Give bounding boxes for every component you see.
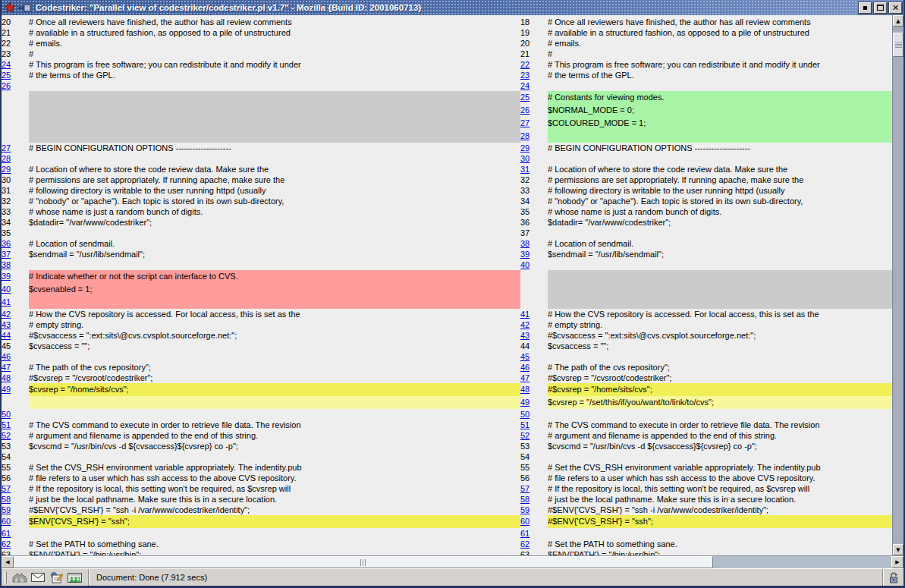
left-line-number-link[interactable]: 42 — [2, 310, 11, 319]
scroll-left-button[interactable]: ◀ — [2, 556, 14, 568]
left-line-number-link[interactable]: 27 — [2, 143, 11, 153]
maximize-button[interactable] — [874, 2, 887, 14]
right-line-number-link[interactable]: 22 — [520, 60, 529, 69]
right-line-number-link[interactable]: 27 — [520, 118, 529, 127]
right-line-number-link[interactable]: 24 — [520, 81, 529, 90]
left-line-number-link[interactable]: 48 — [2, 373, 11, 382]
right-line-number-link[interactable]: 29 — [520, 143, 529, 153]
mail-button[interactable] — [29, 571, 47, 584]
right-line-number: 56 — [520, 473, 548, 483]
left-line-number-link[interactable]: 57 — [2, 484, 11, 493]
right-line-number-link[interactable]: 43 — [520, 331, 529, 340]
vertical-scroll-track[interactable] — [893, 27, 903, 544]
horizontal-scrollbar[interactable]: ◀ ▶ — [2, 555, 903, 568]
right-line-number-link[interactable]: 42 — [520, 320, 529, 329]
left-line-number-link[interactable]: 37 — [2, 250, 11, 259]
scroll-right-button[interactable]: ▶ — [891, 556, 903, 568]
right-line-number-link[interactable]: 62 — [520, 539, 529, 549]
left-line-number-link[interactable]: 38 — [2, 260, 11, 269]
component-bar-grip[interactable] — [5, 571, 7, 583]
left-line-number: 57 — [2, 483, 29, 494]
left-line-number-link[interactable]: 49 — [2, 385, 11, 394]
left-line-number-link[interactable]: 51 — [2, 420, 11, 429]
left-line-number-link[interactable]: 24 — [2, 60, 11, 69]
security-button[interactable] — [882, 569, 903, 586]
left-line-number-link[interactable]: 50 — [2, 410, 11, 419]
left-line-number-link[interactable]: 39 — [2, 272, 11, 281]
right-line-number-link[interactable]: 46 — [520, 363, 529, 372]
left-line-number-link[interactable]: 41 — [2, 297, 11, 307]
right-line-number-link[interactable]: 26 — [520, 105, 529, 115]
minimize-button[interactable] — [859, 2, 872, 14]
left-line-number-link[interactable]: 46 — [2, 352, 11, 361]
left-line-number-link[interactable]: 29 — [2, 165, 11, 174]
right-line-number-link[interactable]: 38 — [520, 239, 529, 248]
right-code-line: # "nobody" or "apache"). Each topic is s… — [548, 196, 892, 206]
diff-row: 57# If the repository is local, this set… — [2, 483, 892, 494]
vertical-scrollbar[interactable]: ▲ ▼ — [892, 15, 903, 555]
left-line-number-link[interactable]: 44 — [2, 331, 11, 340]
composer-button[interactable] — [47, 571, 65, 584]
right-line-number-link[interactable]: 39 — [520, 250, 529, 259]
scroll-down-button[interactable]: ▼ — [893, 544, 903, 555]
right-line-number-link[interactable]: 61 — [520, 529, 529, 538]
right-line-number-link[interactable]: 57 — [520, 484, 529, 493]
right-line-number-link[interactable]: 28 — [520, 131, 529, 140]
close-button[interactable]: ✕ — [889, 2, 902, 14]
mozilla-star-icon[interactable] — [5, 2, 15, 13]
left-code-line — [29, 80, 520, 91]
right-line-number-link[interactable]: 60 — [520, 517, 529, 526]
right-line-number-link[interactable]: 59 — [520, 505, 529, 514]
diff-row: 43# empty string.42# empty string. — [2, 319, 892, 330]
right-line-number-link[interactable]: 40 — [520, 260, 529, 269]
horizontal-scroll-track[interactable] — [713, 556, 891, 568]
left-line-number: 43 — [2, 319, 29, 330]
title-bar[interactable]: Codestriker: "Parallel view of codestrik… — [2, 0, 903, 15]
left-line-number-link[interactable]: 40 — [2, 285, 11, 294]
left-line-number: 34 — [2, 217, 29, 228]
right-code-line: $cvsrep = "/set/this/if/you/want/to/link… — [548, 396, 892, 409]
right-line-number-link[interactable]: 31 — [520, 165, 529, 174]
left-line-number: 46 — [2, 351, 29, 362]
left-line-number-link[interactable]: 36 — [2, 239, 11, 248]
navigator-button[interactable] — [11, 571, 29, 584]
vertical-scroll-thumb[interactable] — [893, 33, 903, 57]
left-line-number-link[interactable]: 60 — [2, 517, 11, 526]
left-line-number-link[interactable]: 59 — [2, 505, 11, 514]
right-line-number-link[interactable]: 23 — [520, 71, 529, 80]
addressbook-button[interactable] — [65, 571, 83, 584]
left-line-number-link[interactable]: 47 — [2, 363, 11, 372]
diff-row: 22# emails.20# emails. — [2, 38, 892, 49]
left-code-line: # Once all reviewers have finished, the … — [29, 17, 520, 27]
left-line-number-link[interactable]: 58 — [2, 495, 11, 504]
left-line-number-link[interactable]: 62 — [2, 539, 11, 549]
left-line-number-link[interactable]: 25 — [2, 71, 11, 80]
right-line-number: 34 — [520, 196, 548, 206]
right-line-number-link[interactable]: 50 — [520, 410, 529, 419]
right-line-number: 31 — [520, 164, 548, 175]
horizontal-scroll-thumb[interactable] — [14, 556, 713, 568]
scroll-up-button[interactable]: ▲ — [893, 15, 903, 27]
right-line-number-link[interactable]: 45 — [520, 352, 529, 361]
right-line-number-link[interactable]: 58 — [520, 495, 529, 504]
right-line-number-link[interactable]: 25 — [520, 93, 529, 102]
parallel-diff-view: 20# Once all reviewers have finished, th… — [2, 15, 892, 555]
left-line-number-link[interactable]: 61 — [2, 529, 11, 538]
right-line-number-link[interactable]: 51 — [520, 420, 529, 429]
left-line-number-link[interactable]: 26 — [2, 81, 11, 90]
right-line-number-link[interactable]: 49 — [520, 398, 529, 407]
right-line-number-link[interactable]: 48 — [520, 385, 529, 394]
right-line-number-link[interactable]: 47 — [520, 373, 529, 382]
diff-row: 39# Indicate whether or not the script c… — [2, 270, 892, 283]
right-code-line: #$cvsaccess = ":ext:sits\@cvs.cvsplot.so… — [548, 330, 892, 341]
left-line-number: 53 — [2, 441, 29, 451]
right-line-number: 62 — [520, 539, 548, 549]
left-line-number-link[interactable]: 28 — [2, 154, 11, 163]
left-code-line: # BEGIN CONFIGURATION OPTIONS ----------… — [29, 143, 520, 153]
left-line-number: 45 — [2, 341, 29, 351]
right-line-number-link[interactable]: 41 — [520, 310, 529, 319]
right-line-number-link[interactable]: 30 — [520, 154, 529, 163]
right-line-number-link[interactable]: 52 — [520, 431, 529, 440]
left-line-number-link[interactable]: 43 — [2, 320, 11, 329]
left-line-number-link[interactable]: 52 — [2, 431, 11, 440]
